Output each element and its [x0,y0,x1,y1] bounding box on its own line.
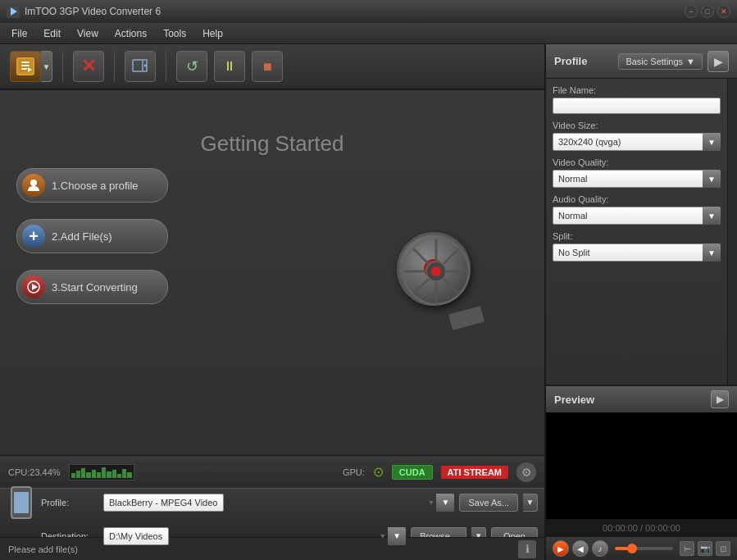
choose-profile-button[interactable]: 1.Choose a profile [16,168,168,203]
file-name-group: File Name: [553,85,721,114]
right-panel: Profile Basic Settings ▼ ▶ File Name: Vi… [544,44,737,560]
menu-view[interactable]: View [69,25,107,42]
profile-select[interactable]: BlackBerry - MPEG4 Video [103,494,224,512]
menu-edit[interactable]: Edit [35,25,69,42]
profile-step-icon [22,174,45,197]
prev-frame-button[interactable]: ◀ [572,540,589,557]
preview-time-display: 00:00:00 / 00:00:00 [546,519,737,537]
right-panel-expand-button[interactable]: ▶ [707,51,729,72]
start-step-icon [22,275,45,298]
save-dropdown-button[interactable]: ▼ [523,494,538,512]
svg-rect-7 [133,60,143,71]
add-dropdown-button[interactable]: ▼ [41,51,52,82]
delete-icon: ✕ [81,56,96,77]
play-icon: ▶ [557,544,564,553]
clip-start-icon: ⊢ [684,544,691,553]
menu-file[interactable]: File [3,25,35,42]
phone-icon [11,486,32,519]
start-converting-button[interactable]: 3.Start Converting [16,270,168,304]
app-title: ImTOO 3GP Video Converter 6 [25,6,685,17]
video-size-group: Video Size: 320x240 (qvga) 176x144 (qcif… [553,121,721,151]
add-files-label: 2.Add File(s) [52,230,112,243]
menu-actions[interactable]: Actions [107,25,155,42]
add-file-button[interactable] [10,51,41,82]
gpu-settings-button[interactable]: ⚙ [516,462,536,482]
reel-strip [448,306,485,330]
film-reel-decoration [397,232,479,314]
svg-marker-10 [32,284,38,290]
svg-rect-5 [21,68,27,70]
video-quality-group: Video Quality: Normal High Low ▼ [553,157,721,188]
fullscreen-button[interactable]: ⊡ [716,541,730,556]
profile-row: Profile: BlackBerry - MPEG4 Video ▼ Save… [7,481,538,524]
refresh-button[interactable]: ↺ [176,51,207,82]
menu-tools[interactable]: Tools [155,25,194,42]
cpu-graph [69,464,134,480]
steps-panel: 1.Choose a profile + 2.Add File(s) 3.Sta… [16,168,168,304]
svg-line-18 [444,279,459,294]
preview-controls: ▶ ◀ ♪ ⊢ 📷 ⊡ [546,537,737,560]
reel-circle [397,232,471,306]
destination-select[interactable]: D:\My Videos [103,527,169,545]
snapshot-icon: 📷 [700,544,710,553]
getting-started-label: Getting Started [201,131,344,157]
minimize-button[interactable]: − [685,5,698,18]
svg-line-20 [413,279,429,294]
status-message: Please add file(s) [8,544,518,554]
add-icon [16,57,34,75]
snapshot-button[interactable]: 📷 [698,541,712,556]
left-panel: ▼ ✕ ↺ ⏸ [0,44,544,560]
play-button[interactable]: ▶ [553,540,569,557]
nvidia-icon: ⊙ [373,464,384,480]
separator-2 [114,52,115,81]
audio-quality-select[interactable]: Normal High Low [553,207,721,225]
preview-screen [546,412,737,519]
separator-3 [166,52,166,81]
app-icon [7,5,20,18]
video-quality-select[interactable]: Normal High Low [553,170,721,188]
separator-1 [62,52,63,81]
pause-icon: ⏸ [223,59,236,74]
clip-start-button[interactable]: ⊢ [680,541,694,556]
settings-panel: File Name: Video Size: 320x240 (qvga) 17… [546,79,727,385]
gpu-label: GPU: [343,467,365,477]
choose-profile-label: 1.Choose a profile [52,180,139,192]
file-name-input[interactable] [553,98,721,114]
audio-quality-select-wrap: Normal High Low ▼ [553,207,721,225]
cuda-badge[interactable]: CUDA [392,465,433,480]
video-size-select[interactable]: 320x240 (qvga) 176x144 (qcif) 128x96 [553,133,721,151]
close-button[interactable]: ✕ [717,5,730,18]
preview-expand-button[interactable]: ▶ [711,390,729,408]
delete-button[interactable]: ✕ [73,51,104,82]
svg-point-8 [30,180,37,186]
video-size-select-wrap: 320x240 (qvga) 176x144 (qcif) 128x96 ▼ [553,133,721,151]
settings-scrollbar[interactable] [727,79,737,385]
split-select[interactable]: No Split By Size By Time [553,244,721,262]
start-converting-label: 3.Start Converting [52,281,138,294]
cpu-label: CPU:23.44% [8,467,61,477]
basic-settings-button[interactable]: Basic Settings ▼ [618,53,703,70]
ati-stream-badge[interactable]: ATI STREAM [441,466,508,479]
svg-point-21 [431,266,441,276]
volume-button[interactable]: ♪ [592,540,608,557]
prev-icon: ◀ [577,544,584,553]
status-info-button[interactable]: ℹ [518,540,536,558]
profile-destination-bar: Profile: BlackBerry - MPEG4 Video ▼ Save… [0,488,544,537]
export-button[interactable] [125,51,156,82]
window-controls: − □ ✕ [685,5,730,18]
profile-settings-title: Profile [554,55,618,67]
maximize-button[interactable]: □ [701,5,714,18]
profile-label: Profile: [41,498,98,508]
stop-button[interactable]: ⏹ [252,51,283,82]
add-files-button[interactable]: + 2.Add File(s) [16,219,168,253]
menu-help[interactable]: Help [194,25,231,42]
basic-settings-arrow: ▼ [686,57,695,66]
stop-icon: ⏹ [262,60,273,73]
save-as-button[interactable]: Save As... [459,494,518,512]
preview-header: Preview ▶ [546,386,737,412]
svg-line-17 [413,248,429,264]
pause-button[interactable]: ⏸ [214,51,245,82]
svg-line-19 [444,248,459,264]
volume-slider[interactable] [615,547,673,550]
content-area: Getting Started 1.Choose a profile + 2.A… [0,90,544,455]
